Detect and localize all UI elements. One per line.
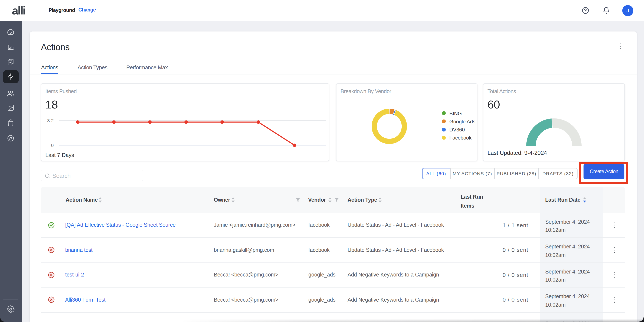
svg-text:0: 0 [51, 143, 54, 148]
svg-text:3.2: 3.2 [47, 118, 54, 123]
